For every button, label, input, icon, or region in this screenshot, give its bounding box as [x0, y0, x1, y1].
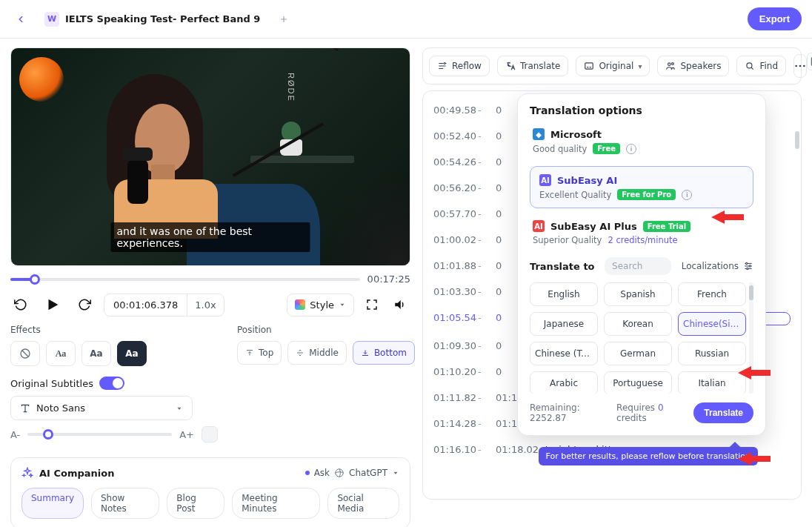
language-option[interactable]: Korean: [604, 312, 672, 336]
segment-start: 01:14.28: [433, 418, 466, 429]
segment-start: 01:10.20: [433, 366, 466, 377]
ai-chip-summary[interactable]: Summary: [21, 488, 84, 519]
language-option[interactable]: Portuguese: [604, 371, 672, 394]
language-option[interactable]: Italian: [678, 371, 746, 394]
language-option[interactable]: Russian: [678, 342, 746, 365]
svg-marker-4: [395, 300, 401, 309]
language-option[interactable]: German: [604, 342, 672, 365]
document-tab[interactable]: W IELTS Speaking Test- Perfect Band 9: [39, 9, 266, 30]
annotation-arrow: [738, 451, 771, 467]
back-button[interactable]: [10, 9, 31, 30]
svg-marker-37: [738, 366, 771, 379]
ai-chip-meeting-minutes[interactable]: Meeting Minutes: [232, 488, 320, 519]
sep-quality: Superior Quality: [533, 235, 602, 245]
segment-start: 00:54.26: [433, 156, 466, 168]
ai-chip-show-notes[interactable]: Show Notes: [91, 488, 159, 519]
effects-title: Effects: [10, 325, 218, 335]
language-option[interactable]: English: [530, 282, 598, 306]
svg-point-26: [803, 65, 805, 67]
timeline-track[interactable]: [10, 278, 360, 281]
info-icon[interactable]: i: [626, 144, 636, 154]
svg-point-24: [795, 65, 797, 67]
find-label: Find: [759, 61, 778, 71]
position-top[interactable]: Top: [237, 341, 282, 365]
svg-marker-38: [738, 452, 771, 465]
language-option[interactable]: Japanese: [530, 312, 598, 336]
sparkles-icon: [21, 467, 33, 479]
translation-option-subeasy-ai[interactable]: AISubEasy AI Excellent QualityFree for P…: [530, 166, 753, 208]
segment-start: 01:11.82: [433, 392, 466, 403]
play-button[interactable]: [40, 292, 65, 317]
ai-ask-label: Ask: [314, 468, 330, 478]
segment-start: 00:56.20: [433, 182, 466, 193]
svg-line-6: [22, 351, 28, 357]
total-duration: 00:17:25: [367, 274, 410, 285]
ms-badge: Free: [593, 143, 620, 154]
effect-outline-button[interactable]: Aa: [46, 341, 76, 366]
language-option[interactable]: Chinese(Simpl…: [678, 312, 746, 336]
type-icon: [20, 403, 30, 414]
original-subtitles-toggle[interactable]: [99, 377, 124, 390]
svg-point-22: [747, 63, 752, 68]
forward-button[interactable]: [74, 294, 95, 315]
size-decrease[interactable]: A-: [10, 429, 20, 440]
current-time: 00:01:06.378: [104, 294, 187, 316]
new-tab-button[interactable]: [273, 9, 294, 30]
speakers-label: Speakers: [680, 61, 721, 71]
segment-start: 01:03.30: [433, 286, 466, 297]
localizations-button[interactable]: Localizations: [682, 261, 753, 271]
font-select[interactable]: Noto Sans: [10, 396, 193, 420]
translation-option-microsoft[interactable]: ◆Microsoft Good qualityFreei: [530, 124, 753, 159]
language-search[interactable]: Search: [605, 257, 671, 275]
segment-start: 01:01.88: [433, 260, 466, 271]
language-option[interactable]: Arabic: [530, 371, 598, 394]
ai-chip-blog-post[interactable]: Blog Post: [167, 488, 224, 519]
sep-name: SubEasy AI Plus: [550, 221, 637, 232]
export-button[interactable]: Export: [748, 7, 802, 30]
original-dropdown[interactable]: Original ▾: [576, 56, 650, 76]
info-icon[interactable]: i: [682, 190, 692, 200]
translate-button[interactable]: Translate: [497, 56, 569, 76]
ai-title: AI Companion: [39, 468, 114, 479]
ai-provider-select[interactable]: Ask ChatGPT: [305, 468, 399, 478]
translation-popup: Translation options ◆Microsoft Good qual…: [517, 93, 766, 436]
style-chip[interactable]: Style: [287, 294, 354, 316]
language-option[interactable]: Chinese (Tradi…: [530, 342, 598, 365]
chevron-down-icon: [392, 469, 399, 477]
microsoft-icon: ◆: [533, 128, 545, 140]
language-option[interactable]: French: [678, 282, 746, 306]
chevron-down-icon: [339, 301, 346, 308]
effect-boxed-button[interactable]: Aa: [117, 341, 147, 366]
segment-start: 00:57.70: [433, 208, 466, 219]
effect-none-button[interactable]: [10, 341, 40, 366]
more-button[interactable]: [793, 54, 807, 78]
video-player[interactable]: RØDE and it was one of the best experien…: [10, 47, 410, 266]
find-button[interactable]: Find: [736, 56, 786, 76]
remaining-label: Remaining:: [530, 402, 580, 413]
font-size-slider[interactable]: [27, 433, 172, 436]
speakers-button[interactable]: Speakers: [657, 56, 729, 76]
document-title: IELTS Speaking Test- Perfect Band 9: [65, 13, 260, 24]
reflow-button[interactable]: Reflow: [429, 56, 490, 76]
ai-chip-social-media[interactable]: Social Media: [327, 488, 399, 519]
layout-toggle[interactable]: [807, 53, 812, 70]
svg-point-20: [668, 63, 671, 66]
language-option[interactable]: Spanish: [604, 282, 672, 306]
annotation-arrow: [738, 365, 771, 381]
volume-button[interactable]: [390, 294, 410, 315]
transcript-toolbar: Reflow Translate Original ▾ Speakers Fin…: [422, 47, 802, 84]
effect-plain-button[interactable]: Aa: [81, 341, 111, 366]
color-swatch[interactable]: [202, 426, 218, 443]
translate-confirm-button[interactable]: Translate: [693, 402, 753, 423]
mic-brand-label: RØDE: [287, 73, 296, 102]
transcript-scrollbar[interactable]: [795, 97, 799, 493]
size-increase[interactable]: A+: [179, 429, 194, 440]
fullscreen-button[interactable]: [362, 294, 382, 315]
chevron-down-icon: [176, 405, 183, 412]
rewind-button[interactable]: [10, 294, 31, 315]
timeline-knob[interactable]: [30, 274, 40, 285]
playback-rate[interactable]: 1.0x: [187, 294, 223, 316]
position-middle[interactable]: Middle: [287, 341, 347, 365]
position-bottom[interactable]: Bottom: [353, 341, 415, 365]
svg-line-23: [752, 67, 754, 70]
